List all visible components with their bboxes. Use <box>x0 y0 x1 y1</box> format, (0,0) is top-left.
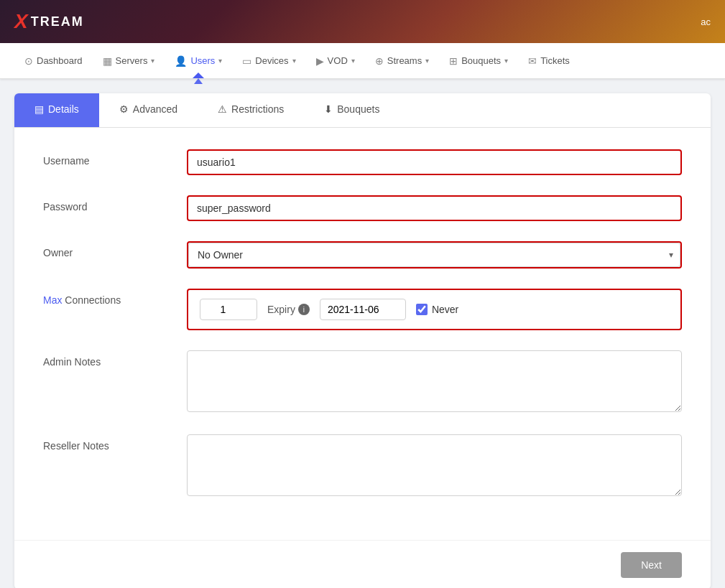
form-footer: Next <box>14 540 711 588</box>
username-label: Username <box>43 149 187 167</box>
tab-advanced-label: Advanced <box>133 103 177 115</box>
chevron-down-icon: ▾ <box>292 57 296 65</box>
active-indicator <box>194 78 203 84</box>
navigation: ⊙ Dashboard ▦ Servers ▾ 👤 Users ▾ ▭ Devi… <box>0 43 725 79</box>
reseller-notes-row: Reseller Notes <box>43 434 682 498</box>
nav-label-devices: Devices <box>255 55 288 66</box>
owner-select[interactable]: No Owner <box>188 243 680 267</box>
password-label: Password <box>43 195 187 213</box>
chevron-down-icon: ▾ <box>504 57 508 65</box>
tab-details[interactable]: ▤ Details <box>14 93 99 127</box>
owner-row: Owner No Owner ▾ <box>43 241 682 269</box>
username-field-wrapper <box>187 149 682 175</box>
reseller-notes-input[interactable] <box>187 434 682 496</box>
tab-details-label: Details <box>48 103 79 115</box>
chevron-down-icon: ▾ <box>218 57 222 65</box>
never-checkbox[interactable] <box>416 304 428 315</box>
connections-label-text: Connections <box>65 294 121 306</box>
chevron-down-icon: ▾ <box>151 57 154 65</box>
devices-icon: ▭ <box>242 55 251 67</box>
owner-label: Owner <box>43 241 187 258</box>
next-button[interactable]: Next <box>621 552 682 578</box>
tab-bar: ▤ Details ⚙ Advanced ⚠ Restrictions ⬇ Bo… <box>14 93 711 128</box>
streams-icon: ⊕ <box>375 55 384 67</box>
tab-restrictions-label: Restrictions <box>231 103 284 115</box>
username-row: Username <box>43 149 682 175</box>
password-row: Password <box>43 195 682 221</box>
nav-label-vod: VOD <box>328 55 348 66</box>
connections-field-wrapper: Expiry i Never <box>187 289 682 330</box>
tickets-icon: ✉ <box>528 55 537 67</box>
tab-advanced[interactable]: ⚙ Advanced <box>99 93 198 127</box>
nav-item-servers[interactable]: ▦ Servers ▾ <box>93 43 165 78</box>
admin-notes-label: Admin Notes <box>43 350 187 368</box>
tab-bouquets-label: Bouquets <box>337 103 379 115</box>
form-card: ▤ Details ⚙ Advanced ⚠ Restrictions ⬇ Bo… <box>14 93 711 588</box>
vod-icon: ▶ <box>316 55 324 67</box>
details-tab-icon: ▤ <box>34 103 44 115</box>
bouquets-tab-icon: ⬇ <box>324 103 333 115</box>
bouquets-icon: ⊞ <box>449 55 458 67</box>
expiry-date-input[interactable] <box>320 299 406 320</box>
nav-item-devices[interactable]: ▭ Devices ▾ <box>232 43 305 78</box>
reseller-notes-label: Reseller Notes <box>43 434 187 452</box>
owner-field-wrapper: No Owner ▾ <box>187 241 682 269</box>
nav-label-bouquets: Bouquets <box>461 55 501 66</box>
tab-bouquets[interactable]: ⬇ Bouquets <box>304 93 400 127</box>
nav-label-users: Users <box>190 55 215 66</box>
header-user: ac <box>701 17 711 27</box>
admin-notes-row: Admin Notes <box>43 350 682 414</box>
restrictions-tab-icon: ⚠ <box>218 103 227 115</box>
expiry-text: Expiry <box>267 304 295 315</box>
info-icon[interactable]: i <box>298 304 310 315</box>
nav-label-tickets: Tickets <box>540 55 570 66</box>
expiry-label: Expiry i <box>267 304 310 315</box>
never-label: Never <box>432 304 458 315</box>
admin-notes-input[interactable] <box>187 350 682 412</box>
nav-label-dashboard: Dashboard <box>37 55 83 66</box>
connections-group: Expiry i Never <box>187 289 682 330</box>
reseller-notes-field-wrapper <box>187 434 682 498</box>
dashboard-icon: ⊙ <box>24 55 33 67</box>
never-group: Never <box>416 304 458 315</box>
nav-item-vod[interactable]: ▶ VOD ▾ <box>306 43 365 78</box>
password-field-wrapper <box>187 195 682 221</box>
max-label-text: Max <box>43 294 62 306</box>
nav-item-bouquets[interactable]: ⊞ Bouquets ▾ <box>439 43 518 78</box>
chevron-down-icon: ▾ <box>351 57 355 65</box>
logo[interactable]: X TREAM <box>14 10 84 33</box>
chevron-down-icon: ▾ <box>425 57 429 65</box>
owner-select-wrapper: No Owner ▾ <box>187 241 682 269</box>
nav-item-streams[interactable]: ⊕ Streams ▾ <box>365 43 439 78</box>
nav-item-users[interactable]: 👤 Users ▾ <box>165 43 232 78</box>
max-connections-label: Max Connections <box>43 289 187 306</box>
max-connections-row: Max Connections Expiry i Never <box>43 289 682 330</box>
logo-x-icon: X <box>14 10 28 33</box>
tab-restrictions[interactable]: ⚠ Restrictions <box>198 93 304 127</box>
max-connections-input[interactable] <box>200 299 257 320</box>
advanced-tab-icon: ⚙ <box>119 103 129 115</box>
main-content: ▤ Details ⚙ Advanced ⚠ Restrictions ⬇ Bo… <box>0 79 725 588</box>
users-icon: 👤 <box>175 55 187 67</box>
nav-item-tickets[interactable]: ✉ Tickets <box>518 43 580 78</box>
admin-notes-field-wrapper <box>187 350 682 414</box>
nav-item-dashboard[interactable]: ⊙ Dashboard <box>14 43 93 78</box>
nav-label-streams: Streams <box>387 55 422 66</box>
logo-text: TREAM <box>31 14 84 29</box>
user-form: Username Password Owner No Owner <box>14 128 711 540</box>
servers-icon: ▦ <box>103 55 112 67</box>
nav-label-servers: Servers <box>116 55 148 66</box>
username-input[interactable] <box>187 149 682 175</box>
header: X TREAM ac <box>0 0 725 43</box>
password-input[interactable] <box>187 195 682 221</box>
